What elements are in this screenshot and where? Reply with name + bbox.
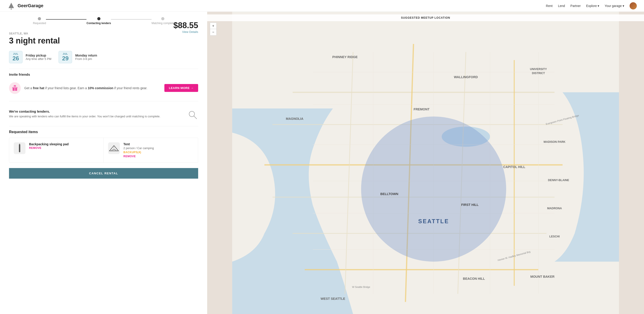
sleeping-pad-icon — [16, 143, 23, 153]
step-label-contacting: Contacting lenders — [86, 22, 111, 25]
svg-text:DISTRICT: DISTRICT — [532, 72, 545, 75]
item-tent-sub: 2 person / Car camping — [124, 146, 154, 150]
item-sleeping-pad-info: Backpacking sleeping pad REMOVE — [29, 142, 69, 150]
svg-point-2 — [10, 8, 12, 10]
invite-content: Get a free hat if your friend lists gear… — [9, 78, 198, 98]
logo-icon — [7, 2, 15, 10]
map-container: SUGGESTED MEETUP LOCATION + − — [207, 12, 644, 314]
return-sub: From 3-6 pm — [75, 57, 97, 60]
svg-text:FREMONT: FREMONT — [414, 108, 430, 111]
return-date-box: JUL 29 — [58, 51, 72, 63]
step-line-1 — [46, 19, 86, 20]
pickup-info: Friday pickup Any time after 5 PM — [26, 54, 51, 60]
nav-rent[interactable]: Rent — [546, 4, 552, 8]
item-sleeping-pad-name: Backpacking sleeping pad — [29, 142, 69, 146]
svg-text:CAPITOL HILL: CAPITOL HILL — [503, 165, 525, 169]
sleeping-pad-icon-wrap — [14, 142, 26, 154]
search-icon — [188, 110, 198, 120]
svg-text:MADRONA: MADRONA — [547, 207, 562, 210]
cancel-section: CANCEL RENTAL — [9, 163, 198, 188]
return-day: 29 — [62, 55, 69, 62]
price-amount: $88.55 — [174, 21, 198, 30]
requested-items-title: Requested items — [9, 130, 198, 134]
rental-info: SEATTLE, WA 3 night rental — [9, 32, 60, 46]
invite-title: Invite friends — [9, 72, 198, 76]
invite-description: Get a free hat if your friend lists gear… — [24, 86, 161, 90]
nav-lend[interactable]: Lend — [558, 4, 565, 8]
step-label-requested: Requested — [33, 22, 46, 25]
svg-point-7 — [189, 111, 194, 117]
item-tent-name: Tent — [124, 142, 154, 146]
item-tent-info: Tent 2 person / Car camping BACKUPS(4) R… — [124, 142, 154, 158]
invite-section: Invite friends Get a free hat — [9, 72, 198, 98]
date-cards: JUL 26 Friday pickup Any time after 5 PM… — [9, 51, 198, 63]
svg-text:SEATTLE: SEATTLE — [418, 218, 449, 224]
tent-icon — [109, 144, 119, 152]
map-zoom-controls: + − — [210, 22, 216, 36]
svg-text:PHINNEY RIDGE: PHINNEY RIDGE — [332, 55, 358, 59]
map-title: SUGGESTED MEETUP LOCATION — [207, 14, 644, 21]
location-label: SEATTLE, WA — [9, 32, 60, 35]
logo[interactable]: GeerGarage — [7, 2, 44, 10]
svg-text:MOUNT BAKER: MOUNT BAKER — [530, 275, 554, 278]
step-requested: Requested — [33, 17, 46, 25]
svg-text:DENNY-BLAINE: DENNY-BLAINE — [548, 178, 569, 182]
step-line-2 — [111, 19, 152, 20]
items-grid: Backpacking sleeping pad REMOVE — [9, 138, 198, 163]
pickup-sub: Any time after 5 PM — [26, 57, 51, 60]
rental-title: 3 night rental — [9, 36, 60, 46]
svg-text:LESCHI: LESCHI — [550, 235, 560, 238]
nav-garage[interactable]: Your garage ▾ — [604, 4, 624, 8]
contacting-description: We are speaking with lenders who can ful… — [9, 115, 162, 118]
learn-more-button[interactable]: LEARN MORE → — [164, 84, 198, 92]
svg-text:MAGNOLIA: MAGNOLIA — [286, 117, 304, 120]
contacting-section: We're contacting lenders. We are speakin… — [9, 105, 198, 122]
remove-sleeping-pad-button[interactable]: REMOVE — [29, 146, 69, 150]
title-price-row: SEATTLE, WA 3 night rental $88.55 View D… — [9, 32, 198, 46]
divider-1 — [9, 69, 198, 69]
svg-rect-9 — [19, 144, 20, 152]
cancel-rental-button[interactable]: CANCEL RENTAL — [9, 168, 198, 178]
return-date-card: JUL 29 Monday return From 3-6 pm — [58, 51, 97, 63]
avatar[interactable] — [630, 2, 637, 10]
page-layout: Requested Contacting lenders Matching co… — [0, 12, 644, 314]
content-area: SEATTLE, WA 3 night rental $88.55 View D… — [0, 26, 207, 197]
navbar: GeerGarage Rent Lend Partner Explore ▾ Y… — [0, 0, 644, 12]
view-details-link[interactable]: View Details — [174, 30, 198, 34]
step-label-matching: Matching complete — [152, 22, 174, 25]
backups-button[interactable]: BACKUPS(4) — [124, 151, 154, 154]
svg-text:MADISON PARK: MADISON PARK — [544, 140, 566, 144]
remove-tent-button[interactable]: REMOVE — [124, 155, 154, 158]
right-panel: SUGGESTED MEETUP LOCATION + − — [207, 12, 644, 314]
gift-icon — [12, 85, 18, 91]
pickup-date-card: JUL 26 Friday pickup Any time after 5 PM — [9, 51, 51, 63]
return-title: Monday return — [75, 54, 97, 57]
contacting-title: We're contacting lenders. — [9, 110, 198, 113]
item-sleeping-pad: Backpacking sleeping pad REMOVE — [9, 138, 104, 162]
step-contacting: Contacting lenders — [86, 17, 111, 25]
nav-partner[interactable]: Partner — [570, 4, 581, 8]
requested-items-section: Requested items Backpacking sleeping pad — [9, 130, 198, 163]
svg-text:WEST SEATTLE: WEST SEATTLE — [321, 297, 345, 300]
nav-links: Rent Lend Partner Explore ▾ Your garage … — [546, 2, 637, 10]
step-matching: Matching complete — [152, 17, 174, 25]
free-hat-text: free hat — [33, 86, 44, 90]
svg-text:UNIVERSITY: UNIVERSITY — [530, 68, 547, 71]
svg-line-8 — [194, 116, 197, 119]
map-svg: PHINNEY RIDGE WALLINGFORD UNIVERSITY DIS… — [207, 12, 644, 314]
pickup-day: 26 — [12, 55, 20, 62]
left-panel: Requested Contacting lenders Matching co… — [0, 12, 207, 314]
return-info: Monday return From 3-6 pm — [75, 54, 97, 60]
svg-text:BELLTOWN: BELLTOWN — [380, 192, 398, 196]
zoom-in-button[interactable]: + — [210, 23, 216, 29]
svg-text:W Seattle Bridge: W Seattle Bridge — [352, 286, 370, 288]
step-circle-contacting — [97, 17, 100, 20]
pickup-date-box: JUL 26 — [9, 51, 22, 63]
item-tent: Tent 2 person / Car camping BACKUPS(4) R… — [104, 138, 198, 162]
nav-explore[interactable]: Explore ▾ — [586, 4, 599, 8]
tent-icon-wrap — [108, 142, 120, 154]
avatar-image — [630, 2, 637, 10]
svg-rect-10 — [19, 144, 20, 145]
zoom-out-button[interactable]: − — [210, 29, 216, 35]
svg-text:FIRST HILL: FIRST HILL — [461, 203, 478, 206]
